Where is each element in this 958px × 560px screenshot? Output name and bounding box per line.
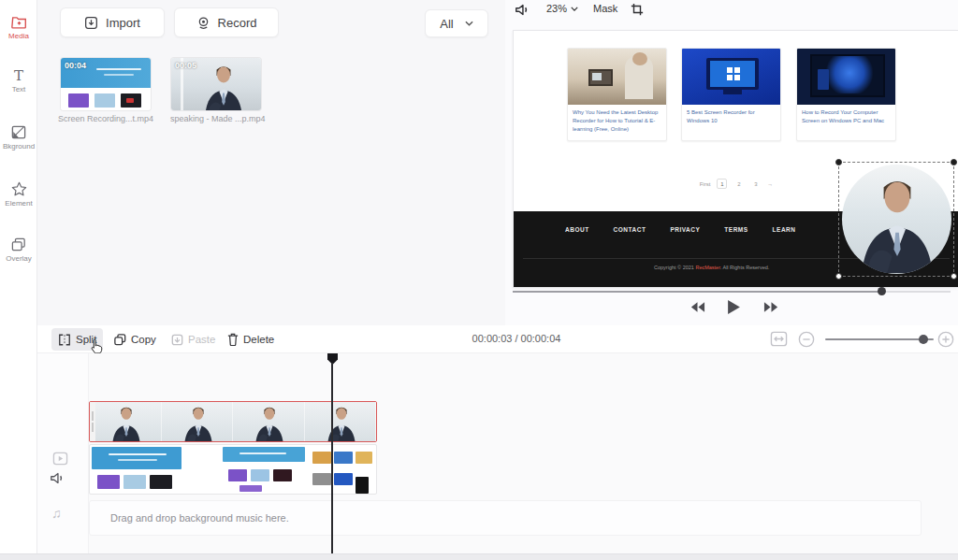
timeline-zoom-slider-handle[interactable] xyxy=(919,335,928,344)
rewind-button[interactable] xyxy=(689,301,705,313)
background-image-icon xyxy=(11,125,26,139)
media-item-screen-recording[interactable]: 00:04 xyxy=(61,58,151,110)
footer-link-about[interactable]: ABOUT xyxy=(565,226,589,233)
paste-icon xyxy=(171,334,183,346)
playhead-line xyxy=(331,363,333,553)
scrubber-handle[interactable] xyxy=(878,287,886,295)
stage-card: How to Record Your Computer Screen on Wi… xyxy=(796,48,896,141)
volume-button[interactable] xyxy=(515,3,530,17)
audio-track-icon[interactable] xyxy=(50,471,65,485)
media-filter-dropdown[interactable]: All xyxy=(425,9,488,37)
preview-scrubber[interactable] xyxy=(513,287,951,296)
card-title: Why You Need the Latest Desktop Recorder… xyxy=(568,105,666,137)
timeline-zoom-out-button[interactable] xyxy=(798,331,815,348)
music-drop-hint: Drag and drop background music here. xyxy=(110,512,289,524)
media-item-name: Screen Recording...t.mp4 xyxy=(58,114,153,123)
copy-icon xyxy=(114,334,126,346)
resize-handle-top-left[interactable] xyxy=(835,159,842,165)
split-icon xyxy=(58,334,71,346)
crop-icon xyxy=(631,3,644,16)
sidebar-item-label: Text xyxy=(12,85,26,93)
filter-value: All xyxy=(440,17,453,31)
media-folder-icon xyxy=(11,15,27,29)
footer-copyright: Copyright © 2021 RecMaster. All Rights R… xyxy=(654,265,769,270)
speaker-person-thumbnail xyxy=(197,62,250,110)
record-button[interactable]: Record xyxy=(174,7,279,37)
fit-timeline-button[interactable] xyxy=(770,331,788,347)
chevron-down-icon xyxy=(571,7,578,11)
import-button-label: Import xyxy=(106,16,140,30)
sidebar-item-label: Media xyxy=(8,32,29,40)
play-button[interactable] xyxy=(727,299,741,315)
resize-handle-top-right[interactable] xyxy=(951,159,957,165)
sidebar: Media T Text Bkground Element Overlay xyxy=(0,0,37,553)
video-track-icon[interactable] xyxy=(52,452,68,466)
media-item-name: speaking - Made ...p.mp4 xyxy=(170,114,266,123)
fast-forward-button[interactable] xyxy=(763,301,779,313)
trash-icon xyxy=(227,333,239,346)
text-icon: T xyxy=(14,69,23,82)
stage-card: 5 Best Screen Recorder for Windows 10 xyxy=(681,48,781,141)
sidebar-item-media[interactable]: Media xyxy=(0,15,37,40)
track-gutter: ♫ xyxy=(37,353,89,553)
card-title: 5 Best Screen Recorder for Windows 10 xyxy=(682,105,780,129)
pip-circle-mask xyxy=(842,165,951,274)
timeline-clip-screen-recording[interactable] xyxy=(89,444,377,495)
clip-trim-handle-left[interactable] xyxy=(90,402,95,441)
music-drop-zone[interactable]: Drag and drop background music here. xyxy=(89,500,922,536)
pip-overlay-clip[interactable] xyxy=(838,162,954,277)
pagination-page-2[interactable]: 2 xyxy=(733,179,744,189)
preview-zoom-value: 23% xyxy=(546,3,567,14)
webcam-icon xyxy=(196,16,210,30)
pip-person-video xyxy=(847,172,948,273)
delete-button[interactable]: Delete xyxy=(221,328,281,351)
sidebar-item-background[interactable]: Bkground xyxy=(0,125,37,151)
paste-button[interactable]: Paste xyxy=(165,328,222,351)
timeline-clip-speaking-video[interactable] xyxy=(89,401,377,442)
music-track-icon[interactable]: ♫ xyxy=(51,506,62,521)
card-title: How to Record Your Computer Screen on Wi… xyxy=(797,105,895,129)
thumb-body xyxy=(61,88,151,110)
scrubber-played xyxy=(513,291,881,293)
pagination-page-1[interactable]: 1 xyxy=(717,179,727,189)
timeline-zoom-slider-track[interactable] xyxy=(825,338,934,340)
footer-link-contact[interactable]: CONTACT xyxy=(614,226,646,233)
copy-button[interactable]: Copy xyxy=(108,328,163,351)
star-icon xyxy=(11,181,27,196)
card-image xyxy=(682,49,780,105)
sidebar-item-overlay[interactable]: Overlay xyxy=(0,237,37,263)
mask-button[interactable]: Mask xyxy=(593,3,617,14)
preview-zoom-dropdown[interactable]: 23% xyxy=(546,3,578,14)
preview-stage[interactable]: Why You Need the Latest Desktop Recorder… xyxy=(513,30,958,288)
footer-link-learn[interactable]: LEARN xyxy=(773,226,796,233)
pagination-first[interactable]: First xyxy=(700,181,711,187)
sidebar-item-element[interactable]: Element xyxy=(0,181,37,208)
pagination-next[interactable]: → xyxy=(767,181,773,187)
resize-handle-bottom-right[interactable] xyxy=(951,273,957,280)
split-button-label: Split xyxy=(76,334,96,345)
media-item-speaking[interactable]: 00:05 xyxy=(171,58,261,110)
scrubber-remaining xyxy=(881,291,951,293)
resize-handle-bottom-left[interactable] xyxy=(835,273,842,280)
sidebar-item-text[interactable]: T Text xyxy=(0,69,37,93)
card-image xyxy=(568,49,666,105)
footer-link-terms[interactable]: TERMS xyxy=(724,226,748,233)
timecode-display: 00:00:03 / 00:00:04 xyxy=(442,333,591,344)
sidebar-item-label: Bkground xyxy=(3,142,35,151)
timeline-toolbar: Split Copy Paste D xyxy=(37,325,958,353)
speaker-icon xyxy=(515,3,530,17)
import-button[interactable]: Import xyxy=(60,7,165,37)
timeline-zoom-in-button[interactable] xyxy=(937,331,954,348)
footer-link-privacy[interactable]: PRIVACY xyxy=(670,226,700,233)
crop-button[interactable] xyxy=(631,3,644,16)
sidebar-item-label: Element xyxy=(5,199,32,208)
media-panel: Import Record All xyxy=(37,0,505,325)
duration-badge: 00:04 xyxy=(65,61,86,70)
pagination-page-3[interactable]: 3 xyxy=(750,179,761,189)
playhead-marker[interactable] xyxy=(327,353,338,365)
stage-card: Why You Need the Latest Desktop Recorder… xyxy=(567,48,667,141)
paste-button-label: Paste xyxy=(188,334,215,345)
overlay-icon xyxy=(11,237,26,251)
split-button[interactable]: Split xyxy=(51,328,103,351)
timeline-tracks-area: ♫ xyxy=(37,353,958,553)
